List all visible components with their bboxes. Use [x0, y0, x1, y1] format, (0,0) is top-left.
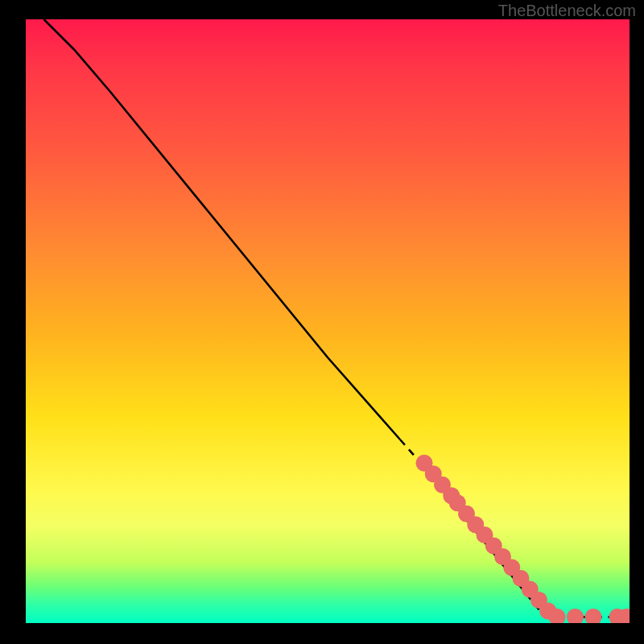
watermark-text: TheBottleneck.com: [498, 2, 636, 20]
curve-solid: [44, 19, 401, 440]
marker-dot: [585, 609, 602, 623]
chart-svg: [26, 19, 630, 623]
marker-dot: [567, 609, 584, 623]
plot-area: [26, 19, 630, 623]
chart-stage: TheBottleneck.com: [0, 0, 644, 644]
marker-layer: [416, 455, 630, 623]
